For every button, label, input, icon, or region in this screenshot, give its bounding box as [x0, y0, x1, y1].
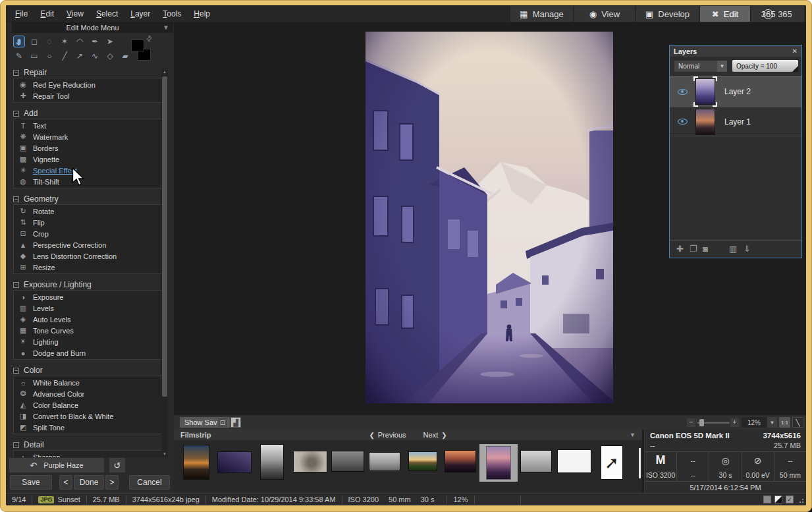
tool-split-tone[interactable]: ◩Split Tone — [14, 422, 161, 433]
cancel-button[interactable]: Cancel — [129, 475, 170, 490]
layer-thumbnail[interactable] — [695, 109, 715, 135]
thumb-sunset-vehicle[interactable] — [183, 445, 209, 480]
tool-rotate[interactable]: ↻Rotate — [14, 206, 161, 217]
opacity-control[interactable]: Opacity = 100 — [732, 60, 798, 72]
magic-wand-icon[interactable]: ✶ — [59, 36, 70, 47]
curve-icon[interactable]: ∿ — [89, 50, 101, 62]
tool-convert-to-black-white[interactable]: ◨Convert to Black & White — [14, 411, 161, 422]
thumb-partial[interactable] — [639, 448, 641, 478]
scrollbar-thumb[interactable] — [162, 76, 167, 397]
tool-dodge-and-burn[interactable]: ●Dodge and Burn — [14, 347, 161, 358]
group-header-color[interactable]: −Color — [13, 365, 162, 376]
dropdown-arrow-icon[interactable]: ▼ — [717, 61, 727, 72]
eraser-icon[interactable]: ▰ — [119, 50, 131, 62]
line-icon[interactable]: ╱ — [59, 50, 70, 62]
collapse-icon[interactable]: − — [13, 70, 19, 76]
add-layer-icon[interactable]: ✚ — [676, 244, 684, 254]
tool-watermark[interactable]: ❋Watermark — [14, 131, 161, 142]
blend-mode-select[interactable]: Normal ▼ — [674, 61, 727, 72]
tool-auto-levels[interactable]: ◈Auto Levels — [14, 314, 161, 325]
tool-repair-tool[interactable]: ✚Repair Tool — [14, 90, 161, 101]
collapse-icon[interactable]: − — [13, 282, 19, 288]
collapse-icon[interactable]: − — [13, 111, 19, 117]
zoom-slider-thumb[interactable] — [699, 419, 704, 426]
marquee-select-icon[interactable]: ◻ — [28, 36, 40, 47]
zoom-value[interactable]: 12% — [742, 417, 767, 428]
actual-size-button[interactable]: 1:1 — [779, 417, 790, 428]
tab-view[interactable]: ◉View — [574, 6, 635, 22]
tool-tone-curves[interactable]: ▦Tone Curves — [14, 325, 161, 336]
group-header-add[interactable]: −Add — [13, 108, 162, 119]
pen-icon[interactable]: ✎ — [13, 50, 25, 62]
tab-365[interactable]: 365365 — [751, 6, 804, 22]
layer-thumbnail[interactable] — [695, 78, 715, 105]
smart-brush-icon[interactable]: ✒ — [89, 36, 101, 47]
tool-color-balance[interactable]: ◭Color Balance — [14, 399, 161, 411]
layers-panel-titlebar[interactable]: Layers ✕ — [670, 45, 801, 57]
menu-view[interactable]: View — [67, 9, 84, 18]
next-step-button[interactable]: > — [105, 475, 119, 490]
resize-grip[interactable] — [798, 496, 804, 503]
thumb-gray-street[interactable] — [369, 452, 400, 471]
tool-white-balance[interactable]: ☼White Balance — [14, 377, 161, 388]
previous-button[interactable]: ❮ Previous — [369, 431, 406, 439]
layer-mask-icon[interactable]: ◙ — [703, 244, 708, 254]
tool-text[interactable]: TText — [14, 120, 161, 131]
tool-vignette[interactable]: ▩Vignette — [14, 154, 161, 165]
previous-step-button[interactable]: < — [59, 475, 72, 490]
arrow-icon[interactable]: ↗ — [74, 50, 86, 62]
tool-lens-distortion-correction[interactable]: ◆Lens Distortion Correction — [14, 250, 161, 262]
move-pointer-icon[interactable]: ➤ — [104, 36, 116, 47]
layer-row-layer-1[interactable]: Layer 1 — [670, 107, 801, 136]
edit-mode-menu[interactable]: Edit Mode Menu ▼ — [12, 22, 173, 33]
tool-exposure[interactable]: ◑Exposure — [14, 291, 161, 302]
transform-icon[interactable]: ◌ — [43, 36, 55, 47]
tool-crop[interactable]: ⊡Crop — [14, 228, 161, 239]
collapse-icon[interactable]: − — [13, 442, 19, 448]
tool-red-eye-reduction[interactable]: ◉Red Eye Reduction — [14, 79, 161, 90]
group-header-geometry[interactable]: −Geometry — [13, 194, 162, 204]
lasso-icon[interactable]: ◠ — [74, 36, 86, 47]
restore-button[interactable]: ↺ — [109, 458, 125, 472]
tab-develop[interactable]: ▣Develop — [636, 6, 699, 22]
thumb-purple-lake-selected[interactable] — [479, 444, 518, 482]
menu-tools[interactable]: Tools — [163, 9, 181, 18]
tool-lighting[interactable]: ☀Lighting — [14, 336, 161, 347]
scroll-down-icon[interactable]: ▼ — [161, 451, 168, 457]
thumb-purple-lake[interactable] — [486, 446, 511, 480]
pan-hand-icon[interactable] — [13, 36, 25, 47]
delete-layer-icon[interactable]: ▥ — [729, 244, 737, 254]
layer-visibility-eye-icon[interactable] — [678, 89, 688, 95]
group-header-exposure-lighting[interactable]: −Exposure / Lighting — [13, 279, 162, 290]
tool-tilt-shift[interactable]: ◍Tilt-Shift — [14, 176, 161, 187]
polygon-icon[interactable]: ◇ — [104, 50, 116, 62]
navigator-icon[interactable]: ╲ — [792, 417, 803, 428]
rectangle-icon[interactable]: ▭ — [28, 50, 40, 62]
tool-flip[interactable]: ⇅Flip — [14, 217, 161, 228]
thumb-umbrella-art[interactable] — [293, 451, 327, 472]
solid-preview-icon[interactable] — [763, 496, 771, 503]
filmstrip-collapse-icon[interactable]: ▼ — [630, 432, 636, 438]
menu-select[interactable]: Select — [96, 9, 118, 18]
done-button[interactable]: Done — [74, 475, 104, 490]
tab-edit[interactable]: ✖Edit — [700, 6, 750, 22]
checked-preview-icon[interactable]: ✓ — [786, 496, 794, 503]
split-preview-icon[interactable] — [774, 496, 782, 503]
tool-levels[interactable]: ▥Levels — [14, 302, 161, 314]
thumb-bw-street[interactable] — [260, 444, 284, 480]
swap-colors-icon[interactable]: ⇄ — [144, 34, 155, 44]
thumb-foggy-mountain[interactable] — [520, 450, 552, 472]
group-header-detail[interactable]: −Detail — [13, 440, 162, 450]
histogram-icon[interactable]: ▟ — [230, 417, 241, 428]
scroll-up-icon[interactable]: ▲ — [161, 69, 168, 75]
thumb-ship-sunset[interactable] — [445, 450, 476, 472]
menu-help[interactable]: Help — [194, 9, 210, 18]
tool-borders[interactable]: ▣Borders — [14, 142, 161, 154]
menu-layer[interactable]: Layer — [130, 9, 150, 18]
collapse-icon[interactable]: − — [13, 196, 19, 202]
next-button[interactable]: Next ❯ — [423, 431, 447, 439]
thumb-blank-white[interactable] — [557, 449, 591, 473]
foreground-color-swatch[interactable] — [131, 40, 144, 51]
tab-manage[interactable]: ▦Manage — [510, 6, 573, 22]
zoom-slider[interactable] — [697, 422, 730, 424]
